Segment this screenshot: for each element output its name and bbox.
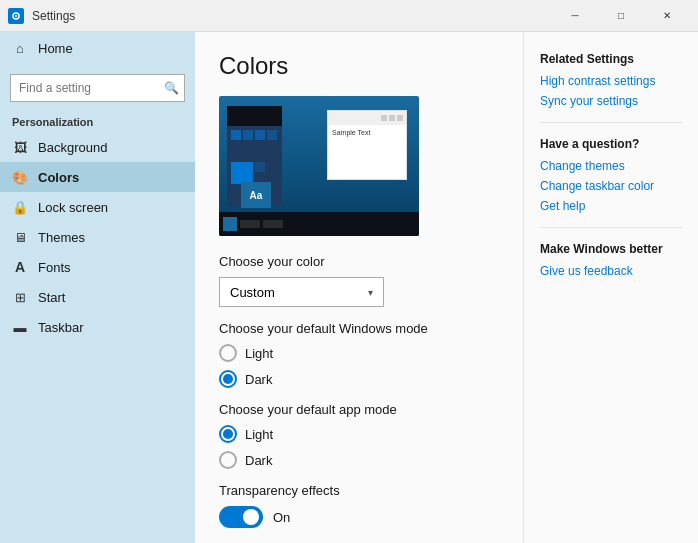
lock-icon: 🔒 xyxy=(12,199,28,215)
preview-taskbar xyxy=(219,212,419,236)
sidebar-item-lock-screen[interactable]: 🔒 Lock screen xyxy=(0,192,195,222)
window-dot xyxy=(381,115,387,121)
radio-label-app-light: Light xyxy=(245,427,273,442)
get-help-link[interactable]: Get help xyxy=(540,199,682,213)
page-title: Colors xyxy=(219,52,499,80)
radio-circle-app-dark[interactable] xyxy=(219,451,237,469)
preview-start-top xyxy=(227,106,282,126)
window-dot xyxy=(389,115,395,121)
sidebar-item-label: Fonts xyxy=(38,260,71,275)
sidebar-item-fonts[interactable]: A Fonts xyxy=(0,252,195,282)
sidebar-item-start[interactable]: ⊞ Start xyxy=(0,282,195,312)
svg-point-1 xyxy=(15,15,17,17)
transparency-state-label: On xyxy=(273,510,290,525)
change-taskbar-link[interactable]: Change taskbar color xyxy=(540,179,682,193)
sidebar-item-home[interactable]: ⌂ Home xyxy=(0,32,195,64)
app-mode-dark[interactable]: Dark xyxy=(219,451,499,469)
transparency-label: Transparency effects xyxy=(219,483,499,498)
home-label: Home xyxy=(38,41,73,56)
high-contrast-link[interactable]: High contrast settings xyxy=(540,74,682,88)
app-body: ⌂ Home 🔍 Personalization 🖼 Background 🎨 … xyxy=(0,32,698,543)
windows-mode-light[interactable]: Light xyxy=(219,344,499,362)
app-mode-label: Choose your default app mode xyxy=(219,402,499,417)
preview-window-content: Sample Text xyxy=(328,125,406,179)
sidebar-item-label: Start xyxy=(38,290,65,305)
preview-window: Sample Text xyxy=(327,110,407,180)
taskbar-icon: ▬ xyxy=(12,319,28,335)
start-icon: ⊞ xyxy=(12,289,28,305)
radio-circle-light[interactable] xyxy=(219,344,237,362)
themes-icon: 🖥 xyxy=(12,229,28,245)
sidebar-item-colors[interactable]: 🎨 Colors xyxy=(0,162,195,192)
fonts-icon: A xyxy=(12,259,28,275)
change-themes-link[interactable]: Change themes xyxy=(540,159,682,173)
taskbar-item xyxy=(240,220,260,228)
give-feedback-link[interactable]: Give us feedback xyxy=(540,264,682,278)
sidebar-item-label: Colors xyxy=(38,170,79,185)
titlebar-controls: ─ □ ✕ xyxy=(552,0,690,32)
color-dropdown-value: Custom xyxy=(230,285,275,300)
radio-circle-dark[interactable] xyxy=(219,370,237,388)
preview-aa: Aa xyxy=(241,182,271,208)
right-divider-1 xyxy=(540,122,682,123)
main-content: Colors Aa xyxy=(195,32,523,543)
sidebar-section-label: Personalization xyxy=(0,110,195,132)
taskbar-item xyxy=(263,220,283,228)
right-divider-2 xyxy=(540,227,682,228)
dropdown-arrow-icon: ▾ xyxy=(368,287,373,298)
sidebar-item-taskbar[interactable]: ▬ Taskbar xyxy=(0,312,195,342)
sidebar-item-label: Taskbar xyxy=(38,320,84,335)
taskbar-dot xyxy=(223,217,237,231)
app-mode-radio-group: Light Dark xyxy=(219,425,499,469)
preview-image: Aa Sample Text xyxy=(219,96,419,236)
titlebar: Settings ─ □ ✕ xyxy=(0,0,698,32)
sample-text: Sample Text xyxy=(332,129,370,136)
window-controls xyxy=(381,115,403,121)
settings-icon xyxy=(8,8,24,24)
radio-label-app-dark: Dark xyxy=(245,453,272,468)
color-dropdown[interactable]: Custom ▾ xyxy=(219,277,384,307)
windows-mode-dark[interactable]: Dark xyxy=(219,370,499,388)
transparency-toggle[interactable] xyxy=(219,506,263,528)
sidebar-item-label: Themes xyxy=(38,230,85,245)
sync-settings-link[interactable]: Sync your settings xyxy=(540,94,682,108)
radio-label-dark: Dark xyxy=(245,372,272,387)
colors-icon: 🎨 xyxy=(12,169,28,185)
feedback-title: Make Windows better xyxy=(540,242,682,256)
preview-window-bar xyxy=(328,111,406,125)
close-button[interactable]: ✕ xyxy=(644,0,690,32)
related-settings-title: Related Settings xyxy=(540,52,682,66)
windows-mode-label: Choose your default Windows mode xyxy=(219,321,499,336)
toggle-knob xyxy=(243,509,259,525)
sidebar-item-label: Lock screen xyxy=(38,200,108,215)
titlebar-left: Settings xyxy=(8,8,75,24)
sidebar-item-label: Background xyxy=(38,140,107,155)
search-icon: 🔍 xyxy=(164,81,179,95)
right-panel: Related Settings High contrast settings … xyxy=(523,32,698,543)
radio-circle-app-light[interactable] xyxy=(219,425,237,443)
have-question-title: Have a question? xyxy=(540,137,682,151)
sidebar-item-background[interactable]: 🖼 Background xyxy=(0,132,195,162)
home-icon: ⌂ xyxy=(12,40,28,56)
maximize-button[interactable]: □ xyxy=(598,0,644,32)
background-icon: 🖼 xyxy=(12,139,28,155)
windows-mode-radio-group: Light Dark xyxy=(219,344,499,388)
search-input[interactable] xyxy=(10,74,185,102)
color-setting-label: Choose your color xyxy=(219,254,499,269)
window-dot xyxy=(397,115,403,121)
radio-label-light: Light xyxy=(245,346,273,361)
sidebar-search[interactable]: 🔍 xyxy=(10,74,185,102)
app-mode-light[interactable]: Light xyxy=(219,425,499,443)
minimize-button[interactable]: ─ xyxy=(552,0,598,32)
sidebar: ⌂ Home 🔍 Personalization 🖼 Background 🎨 … xyxy=(0,32,195,543)
transparency-toggle-row: On xyxy=(219,506,499,528)
titlebar-title: Settings xyxy=(32,9,75,23)
sidebar-item-themes[interactable]: 🖥 Themes xyxy=(0,222,195,252)
